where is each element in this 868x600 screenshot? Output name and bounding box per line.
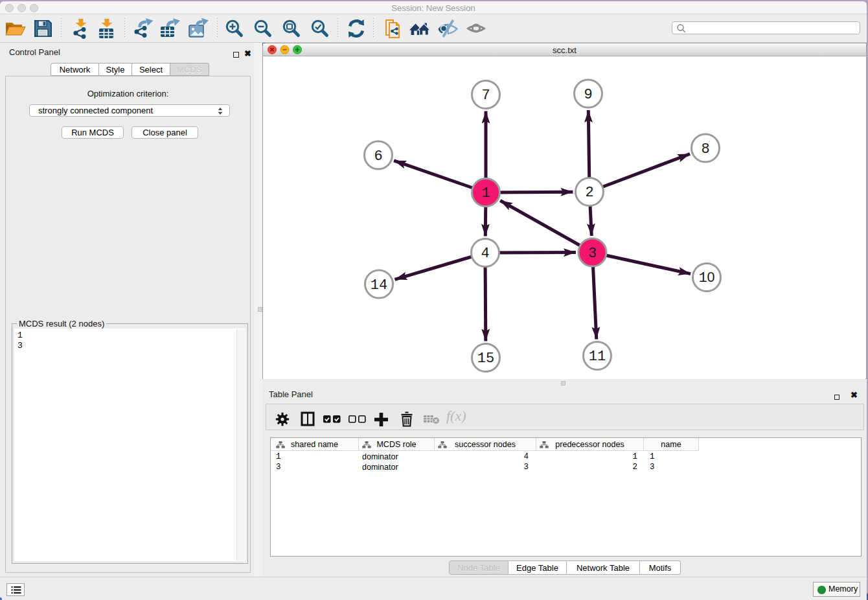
svg-text:3: 3 bbox=[588, 245, 597, 261]
svg-text:2: 2 bbox=[585, 185, 593, 201]
svg-text:15: 15 bbox=[477, 351, 494, 367]
svg-text:4: 4 bbox=[481, 246, 489, 262]
svg-text:7: 7 bbox=[481, 87, 490, 104]
svg-text:9: 9 bbox=[584, 86, 592, 102]
svg-text:14: 14 bbox=[371, 277, 387, 293]
svg-text:6: 6 bbox=[374, 148, 382, 164]
svg-text:10: 10 bbox=[698, 270, 714, 286]
svg-text:8: 8 bbox=[701, 141, 709, 157]
svg-text:11: 11 bbox=[589, 349, 606, 365]
svg-text:1: 1 bbox=[481, 185, 490, 202]
